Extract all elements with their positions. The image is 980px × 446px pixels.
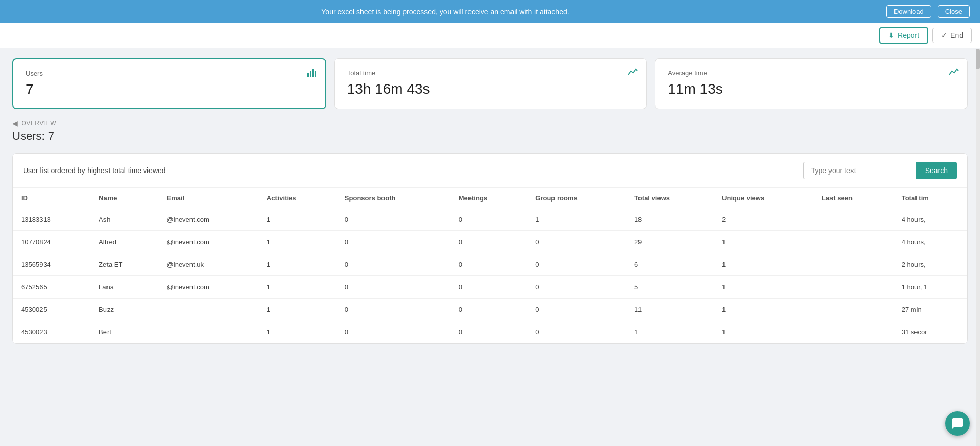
table-cell	[814, 276, 893, 299]
table-cell: Alfred	[91, 231, 158, 253]
table-cell: 0	[451, 208, 527, 231]
table-cell: 0	[336, 276, 451, 299]
total-time-card: Total time 13h 16m 43s	[334, 58, 647, 109]
table-cell: 1	[259, 299, 336, 321]
section-title: Users: 7	[12, 130, 968, 143]
table-cell: 6	[626, 253, 714, 276]
table-cell: 0	[451, 276, 527, 299]
report-button[interactable]: ⬇ Report	[879, 27, 928, 44]
download-button[interactable]: Download	[886, 5, 931, 18]
table-cell	[159, 321, 259, 344]
table-row: 4530025Buzz100011127 min	[13, 299, 967, 321]
table-cell: @inevent.com	[159, 276, 259, 299]
table-cell: 1	[714, 321, 814, 344]
col-id: ID	[13, 188, 91, 208]
table-cell	[814, 253, 893, 276]
table-cell: 1	[259, 231, 336, 253]
table-cell: 1	[714, 276, 814, 299]
table-cell: 5	[626, 276, 714, 299]
average-time-chart-icon[interactable]	[949, 67, 959, 80]
average-time-card: Average time 11m 13s	[655, 58, 968, 109]
table-header-row: ID Name Email Activities Sponsors booth …	[13, 188, 967, 208]
col-group-rooms: Group rooms	[527, 188, 626, 208]
arrow-left-icon: ◀	[12, 119, 18, 128]
breadcrumb[interactable]: ◀ OVERVIEW	[12, 119, 968, 128]
svg-rect-2	[312, 69, 314, 77]
scrollbar-track[interactable]	[976, 49, 980, 354]
table-cell	[814, 231, 893, 253]
table-cell: 0	[451, 321, 527, 344]
table-cell: 4530025	[13, 299, 91, 321]
table-cell: 0	[336, 299, 451, 321]
table-row: 13183313Ash@inevent.com10011824 hours,	[13, 208, 967, 231]
table-cell: 1	[626, 321, 714, 344]
table-cell: 1	[527, 208, 626, 231]
search-button[interactable]: Search	[916, 162, 957, 179]
table-row: 6752565Lana@inevent.com1000511 hour, 1	[13, 276, 967, 299]
close-button[interactable]: Close	[938, 5, 970, 18]
search-input[interactable]	[803, 162, 916, 179]
table-body: 13183313Ash@inevent.com10011824 hours,10…	[13, 208, 967, 344]
table-cell: Ash	[91, 208, 158, 231]
total-time-label: Total time	[347, 69, 634, 77]
table-cell: Bert	[91, 321, 158, 344]
breadcrumb-overview: OVERVIEW	[22, 120, 56, 127]
table-cell: 1	[714, 299, 814, 321]
table-cell: 0	[451, 231, 527, 253]
end-label: End	[950, 31, 963, 39]
table-cell: 0	[336, 208, 451, 231]
table-cell: 4 hours,	[893, 231, 967, 253]
table-header: User list ordered by highest total time …	[13, 154, 967, 188]
table-cell: 27 min	[893, 299, 967, 321]
users-chart-icon[interactable]	[307, 68, 317, 80]
col-name: Name	[91, 188, 158, 208]
table-cell: 0	[527, 299, 626, 321]
table-header-title: User list ordered by highest total time …	[23, 166, 166, 175]
col-activities: Activities	[259, 188, 336, 208]
table-cell: 0	[527, 231, 626, 253]
check-icon: ✓	[941, 31, 947, 39]
table-cell: 1	[259, 208, 336, 231]
table-cell: 0	[336, 321, 451, 344]
table-cell: 0	[451, 253, 527, 276]
scrollbar-thumb[interactable]	[976, 49, 980, 69]
table-head: ID Name Email Activities Sponsors booth …	[13, 188, 967, 208]
table-cell: 1	[259, 276, 336, 299]
col-email: Email	[159, 188, 259, 208]
table-cell: 1	[259, 321, 336, 344]
col-meetings: Meetings	[451, 188, 527, 208]
table-row: 4530023Bert10001131 secor	[13, 321, 967, 344]
table-cell: 1 hour, 1	[893, 276, 967, 299]
col-unique-views: Unique views	[714, 188, 814, 208]
col-total-time: Total tim	[893, 188, 967, 208]
table-cell: 4 hours,	[893, 208, 967, 231]
table-cell: 31 secor	[893, 321, 967, 344]
table-cell: 11	[626, 299, 714, 321]
table-cell: 0	[336, 253, 451, 276]
total-time-chart-icon[interactable]	[628, 67, 638, 80]
users-label: Users	[26, 70, 313, 77]
notification-message: Your excel sheet is being processed, you…	[10, 8, 880, 16]
table-row: 10770824Alfred@inevent.com10002914 hours…	[13, 231, 967, 253]
svg-rect-3	[315, 71, 316, 77]
notification-bar: Your excel sheet is being processed, you…	[0, 0, 980, 23]
table-cell: 18	[626, 208, 714, 231]
end-button[interactable]: ✓ End	[932, 28, 972, 43]
table-cell: 0	[527, 253, 626, 276]
table-row: 13565934Zeta ET@inevent.uk1000612 hours,	[13, 253, 967, 276]
average-time-value: 11m 13s	[668, 81, 955, 97]
table-cell: 1	[714, 253, 814, 276]
users-card: Users 7	[12, 58, 326, 109]
table-cell: Zeta ET	[91, 253, 158, 276]
table-cell	[814, 299, 893, 321]
table-cell: 2	[714, 208, 814, 231]
stats-row: Users 7 Total time 13h 16m 43s	[12, 58, 968, 109]
download-icon: ⬇	[888, 31, 894, 39]
table-cell: Buzz	[91, 299, 158, 321]
table-cell: 0	[527, 321, 626, 344]
table-cell	[814, 208, 893, 231]
table-card: User list ordered by highest total time …	[12, 153, 968, 344]
table-cell: 6752565	[13, 276, 91, 299]
table-cell: 13565934	[13, 253, 91, 276]
col-total-views: Total views	[626, 188, 714, 208]
